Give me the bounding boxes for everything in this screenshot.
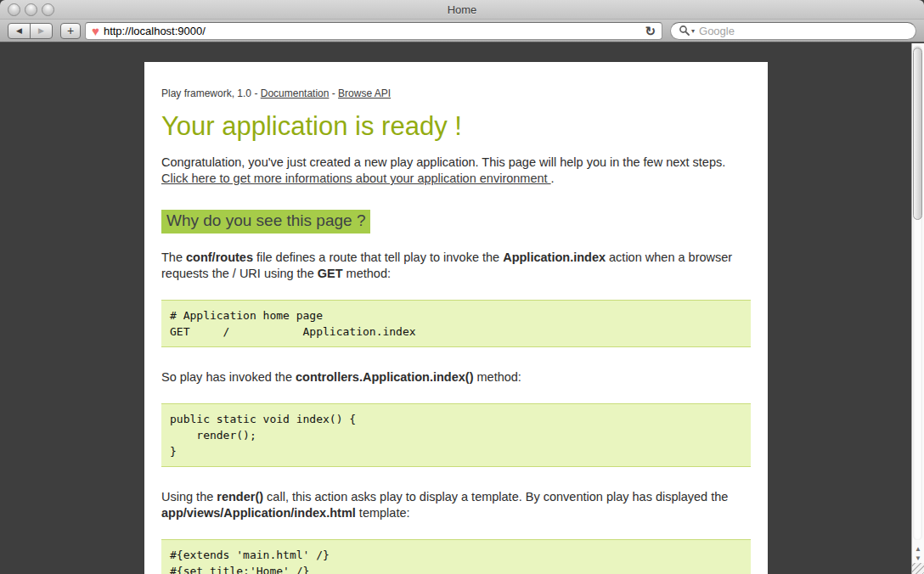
plus-icon: + [67, 24, 74, 37]
text-segment: The [161, 250, 186, 264]
title-bar[interactable]: Home [0, 0, 924, 20]
refresh-button[interactable]: ↻ [645, 25, 656, 37]
framework-version-label: Play framework, 1.0 [161, 87, 251, 99]
text-segment-bold: conf/routes [186, 250, 253, 264]
new-tab-button[interactable]: + [60, 23, 81, 39]
documentation-link[interactable]: Documentation [261, 87, 330, 99]
address-bar[interactable]: ♥ ↻ [85, 22, 662, 40]
browse-api-link[interactable]: Browse API [338, 87, 391, 99]
intro-paragraph: Congratulation, you've just created a ne… [161, 155, 751, 187]
forward-button[interactable]: ▶ [30, 24, 52, 38]
scroll-down-arrow-icon[interactable]: ▼ [912, 554, 924, 563]
browser-viewport: Play framework, 1.0 - Documentation - Br… [0, 43, 924, 574]
url-input[interactable] [104, 25, 645, 37]
text-segment: So play has invoked the [161, 370, 296, 384]
search-icon [679, 25, 690, 37]
forward-icon: ▶ [38, 26, 44, 35]
favicon-heart-icon: ♥ [92, 25, 99, 37]
page-title: Your application is ready ! [161, 111, 751, 142]
separator: - [251, 87, 261, 99]
scroll-up-arrow-icon[interactable]: ▲ [912, 544, 924, 554]
search-input[interactable] [699, 25, 908, 37]
web-page: Play framework, 1.0 - Documentation - Br… [144, 62, 768, 574]
routes-code-block: # Application home page GET / Applicatio… [161, 300, 751, 347]
browser-window: Home ◀ ▶ + ♥ ↻ ▾ Play framework, 1.0 - D… [0, 0, 924, 574]
invoked-paragraph: So play has invoked the controllers.Appl… [161, 369, 751, 385]
text-segment-bold: app/views/Application/index.html [161, 506, 356, 520]
render-paragraph: Using the render() call, this action ask… [161, 489, 751, 521]
nav-buttons: ◀ ▶ [8, 23, 53, 39]
template-code-block: #{extends 'main.html' /} #{set title:'Ho… [161, 539, 751, 574]
section-heading-wrap: Why do you see this page ? [161, 210, 751, 234]
back-button[interactable]: ◀ [8, 24, 30, 38]
page-meta: Play framework, 1.0 - Documentation - Br… [161, 87, 751, 99]
toolbar: ◀ ▶ + ♥ ↻ ▾ [0, 20, 924, 42]
action-code-block: public static void index() { render(); } [161, 403, 751, 467]
text-segment: method: [343, 267, 391, 280]
text-segment: . [551, 172, 555, 185]
separator: - [329, 87, 338, 99]
resize-grip-icon[interactable] [912, 563, 924, 574]
text-segment-bold: render() [217, 490, 263, 504]
scrollbar-arrows: ▲ ▼ [912, 544, 924, 563]
text-segment-bold: GET [318, 267, 343, 280]
text-segment: Congratulation, you've just created a ne… [161, 155, 725, 169]
window-title: Home [0, 3, 924, 16]
text-segment: file defines a route that tell play to i… [253, 250, 503, 264]
text-segment-bold: controllers.Application.index() [296, 370, 473, 384]
scrollbar-thumb[interactable] [913, 48, 922, 220]
vertical-scrollbar[interactable]: ▲ ▼ [911, 43, 924, 574]
search-bar[interactable]: ▾ [670, 22, 916, 40]
text-segment-bold: Application.index [503, 250, 606, 264]
text-segment: Using the [161, 490, 217, 504]
back-icon: ◀ [16, 26, 22, 35]
text-segment: call, this action asks play to display a… [263, 490, 728, 504]
section-heading: Why do you see this page ? [161, 210, 370, 234]
routes-paragraph: The conf/routes file defines a route tha… [161, 250, 751, 282]
text-segment: method: [473, 370, 521, 384]
text-segment: template: [356, 506, 410, 520]
environment-info-link[interactable]: Click here to get more informations abou… [161, 172, 551, 185]
search-engine-chevron-icon[interactable]: ▾ [691, 27, 695, 35]
